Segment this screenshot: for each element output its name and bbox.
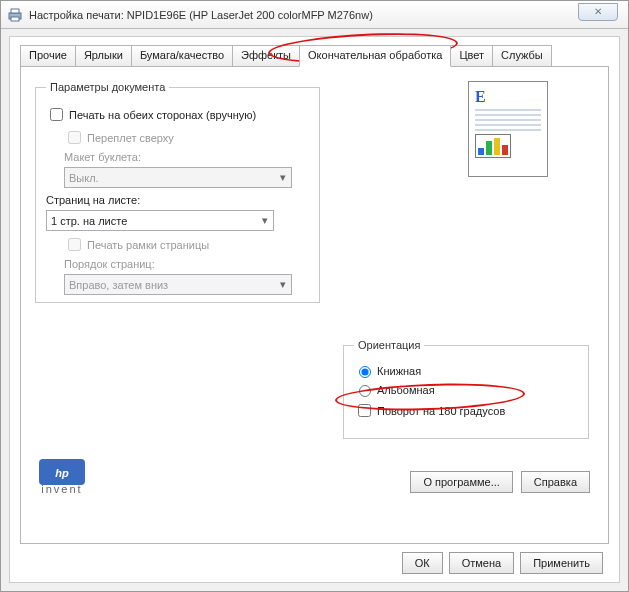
label-booklet-layout: Макет буклета:: [64, 151, 309, 163]
svg-text:hp: hp: [55, 467, 69, 479]
footer-buttons-2: ОК Отмена Применить: [402, 552, 603, 574]
hp-logo: hpinvent: [39, 459, 85, 495]
label-rotate-180: Поворот на 180 градусов: [377, 405, 505, 417]
radio-portrait[interactable]: [359, 366, 371, 378]
checkbox-rotate-180[interactable]: [358, 404, 371, 417]
checkbox-duplex[interactable]: [50, 108, 63, 121]
select-pages-per-sheet[interactable]: 1 стр. на листе ▾: [46, 210, 274, 231]
ok-button[interactable]: ОК: [402, 552, 443, 574]
label-flip-up: Переплет сверху: [87, 132, 174, 144]
select-booklet-layout: Выкл. ▾: [64, 167, 292, 188]
printer-icon: [7, 7, 23, 23]
checkbox-flip-up: [68, 131, 81, 144]
label-landscape: Альбомная: [377, 384, 435, 396]
select-page-order-value: Вправо, затем вниз: [69, 279, 168, 291]
tab-other[interactable]: Прочие: [20, 45, 76, 67]
page-preview: E: [468, 81, 548, 177]
print-settings-window: Настройка печати: NPID1E96E (HP LaserJet…: [0, 0, 629, 592]
label-duplex: Печать на обеих сторонах (вручную): [69, 109, 256, 121]
tab-color[interactable]: Цвет: [450, 45, 493, 67]
checkbox-page-borders: [68, 238, 81, 251]
help-button[interactable]: Справка: [521, 471, 590, 493]
group-orientation: Ориентация Книжная Альбомная Поворот на …: [343, 339, 589, 439]
preview-chart-icon: [475, 134, 511, 158]
label-page-order: Порядок страниц:: [64, 258, 309, 270]
select-pages-value: 1 стр. на листе: [51, 215, 127, 227]
tab-services[interactable]: Службы: [492, 45, 552, 67]
svg-rect-1: [11, 9, 19, 13]
tab-shortcuts[interactable]: Ярлыки: [75, 45, 132, 67]
apply-button[interactable]: Применить: [520, 552, 603, 574]
window-title: Настройка печати: NPID1E96E (HP LaserJet…: [29, 9, 373, 21]
window-close-button[interactable]: ✕: [578, 3, 618, 21]
tab-panel-finishing: Параметры документа Печать на обеих стор…: [20, 66, 609, 544]
select-page-order: Вправо, затем вниз ▾: [64, 274, 292, 295]
group-document-params-legend: Параметры документа: [46, 81, 169, 93]
label-page-borders: Печать рамки страницы: [87, 239, 209, 251]
select-booklet-value: Выкл.: [69, 172, 99, 184]
chevron-down-icon: ▾: [274, 171, 291, 184]
tab-effects[interactable]: Эффекты: [232, 45, 300, 67]
group-orientation-legend: Ориентация: [354, 339, 424, 351]
tab-finishing[interactable]: Окончательная обработка: [299, 45, 451, 67]
preview-text-lines: [475, 109, 541, 131]
titlebar: Настройка печати: NPID1E96E (HP LaserJet…: [1, 1, 628, 29]
group-document-params: Параметры документа Печать на обеих стор…: [35, 81, 320, 303]
svg-text:invent: invent: [41, 483, 82, 495]
footer-buttons-1: О программе... Справка: [410, 471, 590, 493]
preview-letter: E: [475, 88, 541, 106]
cancel-button[interactable]: Отмена: [449, 552, 514, 574]
tab-paper-quality[interactable]: Бумага/качество: [131, 45, 233, 67]
label-pages-per-sheet: Страниц на листе:: [46, 194, 309, 206]
tabstrip: Прочие Ярлыки Бумага/качество Эффекты Ок…: [20, 45, 609, 67]
label-portrait: Книжная: [377, 365, 421, 377]
chevron-down-icon: ▾: [256, 214, 273, 227]
radio-landscape[interactable]: [359, 385, 371, 397]
svg-rect-2: [11, 17, 19, 21]
about-button[interactable]: О программе...: [410, 471, 512, 493]
chevron-down-icon: ▾: [274, 278, 291, 291]
client-area: Прочие Ярлыки Бумага/качество Эффекты Ок…: [9, 36, 620, 583]
